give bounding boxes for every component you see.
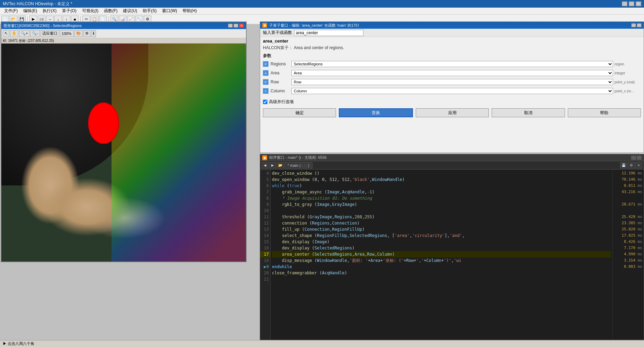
params-label: 参数 — [263, 53, 641, 59]
ln-8: 8 — [260, 195, 270, 201]
timing-15: 8.426 ms — [614, 239, 642, 245]
param-input-column[interactable]: Column — [291, 88, 613, 94]
menu-item-i[interactable]: 可视化(I) — [79, 7, 101, 15]
prog-open[interactable]: 📂 — [277, 162, 284, 168]
help-button[interactable]: 帮助 — [568, 108, 641, 117]
halcon-label-row: HALCON算子： Area and center of regions. — [260, 45, 644, 52]
param-type-row: point_y (real) — [613, 80, 641, 84]
prog-forward[interactable]: ▶ — [269, 162, 276, 168]
param-label-row: Row — [271, 80, 291, 84]
zoom-display[interactable]: 100% — [60, 30, 74, 37]
param-input-regions[interactable]: SelectedRegions — [291, 61, 613, 67]
timing-9: 28.671 ms — [614, 201, 642, 208]
param-input-row[interactable]: Row — [291, 79, 613, 85]
code-line-13: fill_up ( Connection , RegionFillUp ) — [272, 226, 611, 232]
menu-item-x[interactable]: 执行(X) — [40, 7, 59, 15]
param-label-column: Column — [271, 89, 291, 93]
prog-minimize[interactable]: — — [631, 156, 636, 160]
confirm-button[interactable]: 确定 — [263, 108, 336, 117]
advanced-checkbox[interactable] — [263, 100, 267, 104]
code-content[interactable]: dev_close_window () dev_open_window (0, … — [271, 170, 612, 340]
line-numbers: 4 5 6 7 8 9 10 11 12 13 14 15 16 17 18 ▶… — [260, 170, 271, 340]
operator-titlebar: ▣ 子算子窗口 - 编辑: 'area_center' 在函数 'main' 的… — [260, 22, 644, 29]
ln-4: 4 — [260, 170, 270, 176]
hand-tool[interactable]: ✋ — [10, 30, 18, 37]
menu-item-s[interactable]: 助手(S) — [140, 7, 159, 15]
menu-item-u[interactable]: 建议(U) — [120, 7, 140, 15]
cancel-button[interactable]: 取消 — [492, 108, 565, 117]
cursor-tool[interactable]: ↖ — [3, 30, 9, 37]
ln-17: 17 — [260, 251, 270, 257]
param-label-regions: Regions — [271, 62, 291, 66]
code-line-21 — [272, 276, 611, 282]
program-window: ▣ 程序窗口 - main* () - 主线程: 6556 — □ ◀ ▶ 📂 … — [260, 154, 644, 340]
prog-maximize[interactable]: □ — [637, 156, 642, 160]
ln-16: 16 — [260, 245, 270, 251]
ln-15: 15 — [260, 239, 270, 245]
program-titlebar: ▣ 程序窗口 - main* () - 主线程: 6556 — □ — [260, 154, 644, 161]
menu-item-f[interactable]: 文件(F) — [1, 7, 20, 15]
iw-minimize[interactable]: — — [228, 24, 233, 28]
ln-21: 21 — [260, 276, 270, 282]
code-line-16: dev_display ( SelectedRegions ) — [272, 245, 611, 251]
prog-save[interactable]: 💾 — [620, 162, 627, 168]
program-toolbar: ◀ ▶ 📂 * main ( : : : ) 💾 ⚙ ≡ — [260, 161, 644, 170]
menu-item-e[interactable]: 编辑(E) — [20, 7, 40, 15]
ln-5: 5 — [260, 176, 270, 183]
menu-bar: 文件(F)编辑(E)执行(X)算子(O)可视化(I)函数(F)建议(U)助手(S… — [0, 8, 644, 15]
iw-maximize[interactable]: □ — [233, 24, 238, 28]
code-line-14: select_shape ( RegionFillUp , SelectedRe… — [272, 232, 611, 239]
operator-buttons: 确定 普换 应用 取消 帮助 — [260, 106, 644, 119]
menu-item-o[interactable]: 算子(O) — [59, 7, 79, 15]
code-line-8: * Image Acquisition 01: Do something — [272, 195, 611, 201]
menu-item-w[interactable]: 窗口(W) — [159, 7, 180, 15]
code-line-17: area_center ( SelectedRegions , Area , R… — [272, 251, 611, 257]
ln-18: 18 — [260, 257, 270, 264]
image-window-title: 图形窗口[#2658C35E2360] - SelectedRegions — [3, 23, 82, 28]
color-picker[interactable]: 🎨 — [74, 30, 83, 37]
settings-tool[interactable]: ⚙ — [83, 30, 90, 37]
title-bar-controls: — □ ✕ — [622, 1, 641, 6]
param-icon-area: A — [263, 70, 268, 76]
menu-item-h[interactable]: 帮助(H) — [180, 7, 200, 15]
coords-text: 积: 16471 坐标: (237,605,612.25) — [3, 38, 54, 43]
ln-9: 9 — [260, 201, 270, 208]
param-type-column: point_x (re... — [613, 89, 641, 93]
param-row-regions: R Regions SelectedRegions region — [263, 60, 641, 68]
replace-button[interactable]: 普换 — [339, 108, 413, 117]
minimize-button[interactable]: — — [622, 1, 627, 6]
operator-input-field[interactable] — [294, 30, 363, 36]
prog-settings[interactable]: ⚙ — [628, 162, 635, 168]
ln-7: 7 — [260, 189, 270, 195]
op-maximize[interactable]: □ — [637, 23, 642, 27]
param-input-area[interactable]: Area — [291, 70, 613, 76]
prog-more[interactable]: ≡ — [635, 162, 642, 168]
image-canvas — [1, 44, 246, 262]
image-window-controls: — □ ✕ — [228, 24, 244, 28]
maximize-button[interactable]: □ — [629, 1, 634, 6]
menu-item-f[interactable]: 函数(F) — [101, 7, 120, 15]
app-title: MVTec HALCON HDevelop - 未定义 * — [3, 1, 72, 7]
code-line-10 — [272, 208, 611, 214]
zoom-out-tool[interactable]: 🔍- — [30, 30, 40, 37]
code-line-5: dev_open_window (0, 0, 512, 512, 'black'… — [272, 176, 611, 183]
ln-12: 12 — [260, 220, 270, 226]
op-minimize[interactable]: — — [631, 23, 636, 27]
status-bar: ▶ 点击八周八个角 — [0, 340, 644, 347]
apply-button[interactable]: 应用 — [416, 108, 489, 117]
param-row-row: R Row Row point_y (real) — [263, 78, 641, 86]
image-window: 图形窗口[#2658C35E2360] - SelectedRegions — … — [1, 21, 247, 262]
ln-14: 14 — [260, 232, 270, 239]
info-tool[interactable]: ℹ — [91, 30, 96, 37]
iw-close[interactable]: ✕ — [239, 24, 244, 28]
fit-window-btn[interactable]: 适应窗口 — [41, 30, 59, 37]
code-line-11: threshold ( GrayImage , Regions , 208 , … — [272, 214, 611, 220]
close-button[interactable]: ✕ — [636, 1, 641, 6]
prog-back[interactable]: ◀ — [262, 162, 268, 168]
ln-13: 13 — [260, 226, 270, 232]
program-tab[interactable]: * main ( : : : ) — [284, 162, 312, 168]
code-line-19: endwhile — [272, 264, 611, 270]
zoom-in-tool[interactable]: 🔍+ — [19, 30, 29, 37]
param-icon-regions: R — [263, 61, 268, 67]
operator-controls: — □ — [631, 23, 642, 27]
